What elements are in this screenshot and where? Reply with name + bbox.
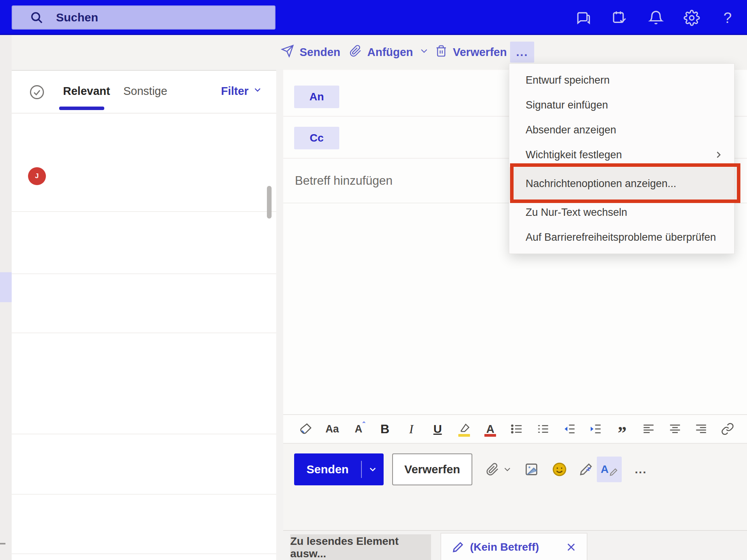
message-row[interactable]: FK	[12, 274, 276, 333]
tab-relevant[interactable]: Relevant	[54, 71, 119, 111]
top-app-bar: Suchen	[0, 0, 747, 35]
more-options-button[interactable]: ...	[510, 42, 534, 63]
search-icon	[30, 10, 44, 24]
avatar: J	[28, 167, 46, 185]
proofing-a-glyph: A	[601, 463, 608, 476]
align-center-icon[interactable]	[666, 420, 684, 438]
chat-icon[interactable]	[574, 9, 593, 27]
ink-pen-icon[interactable]	[576, 457, 596, 481]
editor-proofing-button[interactable]: A	[597, 457, 622, 482]
insert-image-icon[interactable]	[521, 457, 542, 481]
send-command[interactable]: Senden	[281, 35, 340, 69]
outlook-window: Suchen	[0, 0, 747, 560]
emoji-icon[interactable]	[549, 457, 570, 481]
send-command-label: Senden	[300, 46, 340, 59]
chevron-right-icon	[713, 149, 724, 160]
send-button-label: Senden	[294, 463, 361, 476]
filter-button[interactable]: Filter	[221, 71, 263, 111]
trash-icon	[435, 45, 447, 60]
to-button[interactable]: An	[294, 86, 339, 108]
message-row[interactable]	[12, 554, 276, 560]
numbered-list-icon[interactable]	[535, 420, 552, 438]
discard-command-label: Verwerfen	[453, 46, 507, 59]
circle-check-icon[interactable]	[28, 83, 46, 101]
attach-command[interactable]: Anfügen	[349, 35, 430, 69]
search-input[interactable]: Suchen	[12, 5, 275, 30]
format-painter-icon[interactable]	[297, 420, 314, 438]
menu-item-set-importance[interactable]: Wichtigkeit festlegen	[509, 142, 734, 167]
font-size-icon[interactable]: A ⌃	[350, 420, 367, 438]
reading-pane-tab[interactable]: Zu lesendes Element ausw...	[290, 534, 431, 560]
font-icon[interactable]: Aa	[324, 420, 341, 438]
message-row[interactable]: J	[12, 114, 276, 212]
message-row[interactable]: M	[12, 212, 276, 274]
chevron-down-icon	[419, 46, 430, 59]
font-color-icon[interactable]: A	[482, 420, 499, 438]
draft-tab-label: (Kein Betreff)	[470, 541, 566, 553]
selected-item-indicator	[0, 272, 12, 302]
formatting-toolbar: Aa A ⌃ B I U A	[283, 414, 747, 444]
send-button[interactable]: Senden	[294, 453, 384, 485]
bottom-tab-bar: Zu lesendes Element ausw... (Kein Betref…	[283, 530, 747, 560]
decrease-indent-icon[interactable]	[561, 420, 578, 438]
increase-indent-icon[interactable]	[587, 420, 604, 438]
send-options-chevron[interactable]	[362, 464, 384, 474]
send-icon	[281, 44, 294, 60]
menu-item-save-draft[interactable]: Entwurf speichern	[509, 68, 734, 93]
draft-tab[interactable]: (Kein Betreff)	[440, 533, 587, 560]
align-right-icon[interactable]	[693, 420, 710, 438]
calendar-check-icon[interactable]	[610, 9, 629, 27]
cc-button[interactable]: Cc	[294, 127, 339, 149]
italic-icon[interactable]: I	[403, 420, 420, 438]
scroll-artifact	[0, 543, 5, 544]
paperclip-icon	[349, 45, 362, 60]
message-list-header: Relevant Sonstige Filter	[12, 71, 276, 114]
active-tab-underline	[59, 107, 104, 110]
caret-up: ⌃	[361, 420, 366, 427]
bell-icon[interactable]	[647, 9, 665, 27]
tab-sonstige[interactable]: Sonstige	[115, 71, 176, 111]
filter-label: Filter	[221, 85, 249, 98]
message-row[interactable]: X	[12, 495, 276, 554]
more-compose-actions-button[interactable]: ...	[629, 457, 653, 481]
underline-icon[interactable]: U	[429, 420, 446, 438]
close-icon[interactable]	[566, 542, 577, 553]
highlighter-icon[interactable]	[456, 420, 473, 438]
more-options-menu: Entwurf speichern Signatur einfügen Abse…	[509, 63, 735, 254]
quote-icon[interactable]: ”	[614, 415, 631, 443]
list-scrollbar[interactable]	[267, 186, 272, 219]
subject-placeholder: Betreff hinzufügen	[295, 159, 393, 203]
settings-icon[interactable]	[682, 9, 701, 27]
link-icon[interactable]	[719, 420, 736, 438]
message-row[interactable]: CD	[12, 434, 276, 495]
menu-item-show-message-options[interactable]: Nachrichtenoptionen anzeigen...	[509, 167, 734, 200]
menu-item-show-sender[interactable]: Absender anzeigen	[509, 117, 734, 142]
more-dots-glyph: ...	[516, 46, 528, 59]
attach-chevron-icon[interactable]	[500, 457, 515, 481]
menu-item-insert-signature[interactable]: Signatur einfügen	[509, 93, 734, 117]
bold-icon[interactable]: B	[376, 420, 393, 438]
attach-command-label: Anfügen	[367, 46, 413, 59]
message-list-pane: Relevant Sonstige Filter J M FK T	[12, 70, 276, 560]
help-glyph: ?	[723, 10, 731, 26]
search-placeholder: Suchen	[56, 11, 98, 24]
discard-command[interactable]: Verwerfen	[435, 35, 507, 69]
pencil-icon	[452, 541, 464, 553]
discard-button-label: Verwerfen	[404, 463, 460, 476]
help-icon[interactable]: ?	[718, 9, 737, 27]
chevron-down-icon	[253, 85, 263, 98]
menu-item-switch-plain-text[interactable]: Zu Nur-Text wechseln	[509, 200, 734, 225]
bullet-list-icon[interactable]	[508, 420, 525, 438]
proofing-pen-glyph	[609, 468, 618, 476]
discard-button[interactable]: Verwerfen	[392, 453, 472, 485]
align-left-icon[interactable]	[640, 420, 657, 438]
menu-item-check-accessibility[interactable]: Auf Barrierefreiheitsprobleme überprüfen	[509, 225, 734, 250]
message-row[interactable]: T	[12, 333, 276, 434]
